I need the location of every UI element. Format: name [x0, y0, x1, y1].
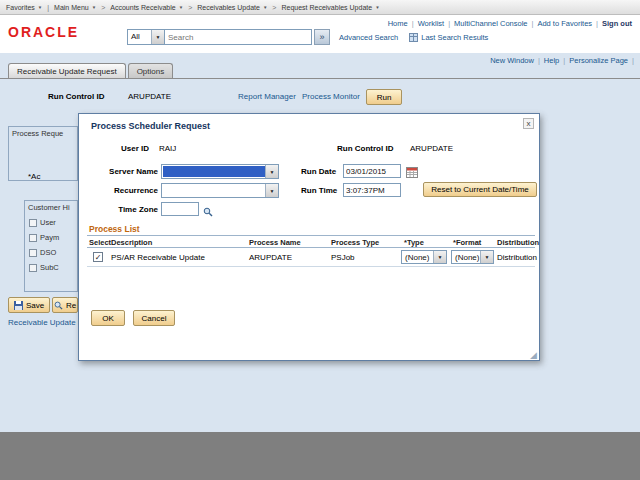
server-name-select[interactable]: ▼	[161, 164, 279, 179]
process-request-group-label: Process Reque	[9, 127, 77, 138]
run-control-id-value: ARUPDATE	[128, 92, 171, 101]
dso-checkbox[interactable]	[29, 249, 37, 257]
breadcrumb-item-favorites[interactable]: Favorites ▼	[6, 4, 42, 11]
col-type: *Type	[404, 238, 424, 247]
search-scope-select[interactable]: All ▼	[127, 29, 165, 45]
grid-header-row: Select Description Process Name Process …	[87, 235, 535, 248]
save-label: Save	[26, 301, 44, 310]
nav-separator: |	[531, 19, 533, 28]
breadcrumb-label: Request Receivables Update	[281, 4, 372, 11]
breadcrumb-separator: >	[272, 4, 276, 11]
help-link[interactable]: Help	[544, 56, 559, 65]
col-select: Select	[89, 238, 111, 247]
cancel-button[interactable]: Cancel	[133, 310, 175, 326]
new-window-link[interactable]: New Window	[490, 56, 534, 65]
tab-divider	[0, 78, 640, 79]
tab-options[interactable]: Options	[128, 63, 174, 78]
breadcrumb-separator: >	[188, 4, 192, 11]
recurrence-select[interactable]: ▼	[161, 183, 279, 198]
search-go-button[interactable]: »	[314, 29, 330, 45]
nav-link-add-to-favorites[interactable]: Add to Favorites	[537, 19, 592, 28]
process-list-title: Process List	[89, 224, 140, 234]
ok-button[interactable]: OK	[91, 310, 125, 326]
chevron-down-icon: ▼	[265, 165, 278, 178]
search-results-icon	[409, 33, 418, 42]
distribution-link[interactable]: Distribution	[497, 253, 537, 262]
breadcrumb-label: Accounts Receivable	[110, 4, 175, 11]
output-format-select[interactable]: (None) ▼	[451, 250, 494, 264]
user-id-label: User ID	[121, 144, 149, 153]
breadcrumb-item-receivables-update[interactable]: Receivables Update ▼	[197, 4, 267, 11]
payment-history-checkbox[interactable]	[29, 234, 37, 242]
user-history-checkbox[interactable]	[29, 219, 37, 227]
recurrence-value	[162, 184, 265, 197]
run-date-label: Run Date	[301, 167, 336, 176]
save-icon	[14, 301, 23, 310]
run-date-input[interactable]	[343, 164, 401, 178]
sign-out-link[interactable]: Sign out	[602, 19, 632, 28]
breadcrumb-separator: >	[101, 4, 105, 11]
chevron-down-icon: ▼	[433, 251, 446, 263]
checkbox-row: User	[29, 218, 77, 227]
process-description-link[interactable]: PS/AR Receivable Update	[111, 253, 205, 262]
breadcrumb: Favorites ▼ | Main Menu ▼ > Accounts Rec…	[0, 0, 640, 15]
process-type-value: PSJob	[331, 253, 355, 262]
close-icon[interactable]: x	[523, 118, 534, 129]
time-zone-input[interactable]	[161, 202, 199, 216]
nav-link-home[interactable]: Home	[388, 19, 408, 28]
row-select-checkbox[interactable]: ✓	[93, 252, 103, 262]
personalize-page-link[interactable]: Personalize Page	[569, 56, 628, 65]
grid-row: ✓ PS/AR Receivable Update ARUPDATE PSJob…	[87, 248, 535, 267]
page-links: New Window | Help | Personalize Page |	[490, 56, 634, 65]
customer-history-groupbox: Customer Hi User Paym DSO SubC	[24, 200, 78, 292]
search-input[interactable]	[165, 29, 312, 45]
process-monitor-link[interactable]: Process Monitor	[302, 92, 360, 101]
breadcrumb-label: Receivables Update	[197, 4, 260, 11]
nav-separator: |	[412, 19, 414, 28]
breadcrumb-item-accounts-receivable[interactable]: Accounts Receivable ▼	[110, 4, 183, 11]
subcustomer-checkbox[interactable]	[29, 264, 37, 272]
run-control-id-label: Run Control ID	[48, 92, 104, 101]
reset-date-time-button[interactable]: Reset to Current Date/Time	[423, 182, 537, 197]
chevron-down-icon: ▼	[92, 5, 96, 10]
report-manager-link[interactable]: Report Manager	[238, 92, 296, 101]
modal-run-control-id-label: Run Control ID	[337, 144, 393, 153]
server-name-label: Server Name	[79, 167, 158, 176]
checkbox-label: User	[40, 218, 56, 227]
advanced-search-link[interactable]: Advanced Search	[339, 33, 398, 42]
page-links-separator: |	[563, 56, 565, 65]
calendar-icon[interactable]	[406, 164, 418, 182]
tab-receivable-update-request[interactable]: Receivable Update Request	[8, 63, 126, 78]
chevron-down-icon: ▼	[375, 5, 379, 10]
tab-bar: Receivable Update Request Options	[8, 63, 173, 78]
chevron-down-icon: ▼	[151, 30, 164, 44]
col-process-type: Process Type	[331, 238, 379, 247]
run-button[interactable]: Run	[366, 89, 402, 105]
customer-history-group-label: Customer Hi	[25, 201, 77, 212]
page-links-separator: |	[538, 56, 540, 65]
process-name-value: ARUPDATE	[249, 253, 292, 262]
resize-handle-icon[interactable]: ◢	[530, 350, 537, 360]
breadcrumb-separator: |	[47, 4, 49, 11]
output-type-select[interactable]: (None) ▼	[401, 250, 447, 264]
save-button[interactable]: Save	[8, 297, 50, 313]
process-request-groupbox: Process Reque	[8, 126, 78, 181]
col-description: Description	[111, 238, 152, 247]
last-search-results-link[interactable]: Last Search Results	[409, 33, 488, 42]
screen: Favorites ▼ | Main Menu ▼ > Accounts Rec…	[0, 0, 640, 480]
accounting-date-label: *Ac	[28, 172, 40, 181]
process-scheduler-request-dialog: Process Scheduler Request x User ID RAIJ…	[78, 113, 540, 361]
top-nav: Home | Worklist | MultiChannel Console |…	[388, 19, 632, 28]
receivable-update-request-link[interactable]: Receivable Update R	[8, 318, 84, 327]
breadcrumb-item-request-receivables-update[interactable]: Request Receivables Update ▼	[281, 4, 379, 11]
checkbox-label: Paym	[40, 233, 59, 242]
time-zone-label: Time Zone	[79, 205, 158, 214]
nav-link-multichannel-console[interactable]: MultiChannel Console	[454, 19, 527, 28]
run-time-input[interactable]	[343, 183, 401, 197]
chevron-down-icon: ▼	[265, 184, 278, 197]
run-time-label: Run Time	[301, 186, 337, 195]
nav-link-worklist[interactable]: Worklist	[418, 19, 445, 28]
return-to-search-button[interactable]: Re	[52, 297, 78, 313]
lookup-icon[interactable]	[203, 203, 213, 221]
breadcrumb-item-main-menu[interactable]: Main Menu ▼	[54, 4, 96, 11]
